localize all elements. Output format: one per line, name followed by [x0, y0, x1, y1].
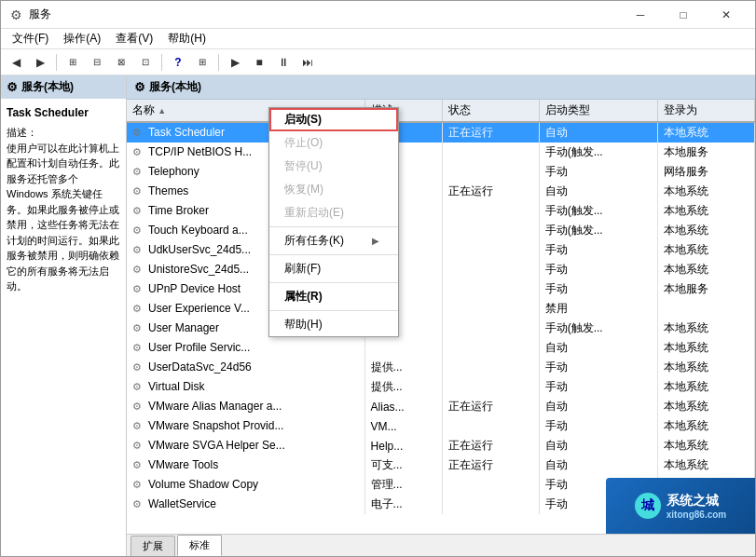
- table-row[interactable]: ⚙VMware Tools可支...正在运行自动本地系统: [127, 455, 755, 475]
- bottom-tabs: 扩展 标准: [127, 534, 755, 556]
- context-menu-item[interactable]: 停止(O): [269, 131, 398, 155]
- service-row-icon: ⚙: [132, 303, 145, 316]
- cell-login: 本地服务: [658, 143, 755, 162]
- menu-bar: 文件(F) 操作(A) 查看(V) 帮助(H): [1, 29, 755, 49]
- toolbar-back[interactable]: ◀: [5, 52, 27, 73]
- cell-status: [442, 475, 539, 495]
- context-menu-item[interactable]: 启动(S): [269, 108, 398, 131]
- service-row-icon: ⚙: [132, 185, 145, 198]
- table-row[interactable]: ⚙VMware Alias Manager a...Alias...正在运行自动…: [127, 397, 755, 416]
- cell-status: [442, 319, 539, 338]
- menu-view[interactable]: 查看(V): [108, 29, 160, 48]
- app-icon: ⚙: [8, 7, 23, 22]
- toolbar-pause[interactable]: ⏸: [272, 52, 295, 73]
- cell-login: 本地系统: [658, 240, 755, 260]
- table-row[interactable]: ⚙UserDataSvc_24d56提供...手动本地系统: [127, 358, 755, 377]
- context-menu-label: 重新启动(E): [284, 205, 344, 221]
- table-row[interactable]: ⚙Touch Keyboard a...手动(触发...本地系统: [127, 221, 755, 240]
- left-panel: ⚙ 服务(本地) Task Scheduler 描述：使用户可以在此计算机上配置…: [1, 75, 127, 556]
- service-name-cell: VMware Alias Manager a...: [148, 400, 282, 413]
- toolbar-btn1[interactable]: ⊞: [62, 52, 84, 73]
- table-row[interactable]: ⚙Virtual Disk提供...手动本地系统: [127, 377, 755, 397]
- context-menu-item[interactable]: 刷新(F): [269, 257, 398, 280]
- context-menu-item[interactable]: 暂停(U): [269, 155, 398, 178]
- table-row[interactable]: ⚙VMware Snapshot Provid...VM...手动本地系统: [127, 416, 755, 436]
- service-row-icon: ⚙: [132, 283, 145, 296]
- toolbar-restart[interactable]: ⏭: [296, 52, 319, 73]
- service-name-cell: WalletService: [148, 497, 216, 510]
- toolbar-help[interactable]: ?: [167, 52, 189, 73]
- table-row[interactable]: ⚙Telephony手动网络服务: [127, 162, 755, 182]
- toolbar-play[interactable]: ▶: [224, 52, 246, 73]
- table-row[interactable]: ⚙Task Scheduler正在运行自动本地系统: [127, 122, 755, 143]
- cell-login: 本地系统: [658, 436, 755, 455]
- context-menu-label: 恢复(M): [284, 182, 323, 197]
- table-row[interactable]: ⚙UnistoreSvc_24d5...手动本地系统: [127, 260, 755, 279]
- close-button[interactable]: ✕: [705, 1, 748, 29]
- left-panel-icon: ⚙: [7, 80, 18, 94]
- cell-status: 正在运行: [442, 436, 539, 455]
- context-menu-item[interactable]: 重新启动(E): [269, 201, 398, 224]
- service-name-cell: User Experience V...: [148, 302, 250, 315]
- service-row-icon: ⚙: [132, 146, 145, 159]
- service-row-icon: ⚙: [132, 342, 145, 355]
- maximize-button[interactable]: □: [662, 1, 705, 29]
- context-menu-item[interactable]: 恢复(M): [269, 178, 398, 201]
- menu-action[interactable]: 操作(A): [56, 29, 108, 48]
- col-startup[interactable]: 启动类型: [539, 100, 658, 122]
- context-menu-item[interactable]: 所有任务(K)▶: [269, 229, 398, 252]
- cell-startup: 手动: [539, 240, 658, 260]
- cell-status: 正在运行: [442, 455, 539, 475]
- toolbar-btn5[interactable]: ⊞: [191, 52, 213, 73]
- table-row[interactable]: ⚙Themes正在运行自动本地系统: [127, 182, 755, 201]
- cell-status: [442, 338, 539, 358]
- table-row[interactable]: ⚙UPnP Device Host手动本地服务: [127, 279, 755, 299]
- service-name-cell: TCP/IP NetBIOS H...: [148, 145, 252, 158]
- table-row[interactable]: ⚙User Manager手动(触发...本地系统: [127, 319, 755, 338]
- menu-file[interactable]: 文件(F): [5, 29, 56, 48]
- cell-startup: 手动(触发...: [539, 143, 658, 162]
- context-menu-item[interactable]: 帮助(H): [269, 313, 398, 336]
- minimize-button[interactable]: ─: [619, 1, 662, 29]
- toolbar-stop[interactable]: ■: [248, 52, 270, 73]
- toolbar-sep-2: [161, 54, 162, 71]
- service-name: Task Scheduler: [7, 106, 120, 119]
- cell-startup: 手动: [539, 279, 658, 299]
- service-name-cell: Volume Shadow Copy: [148, 478, 258, 491]
- cell-status: [442, 221, 539, 240]
- toolbar-btn2[interactable]: ⊟: [86, 52, 108, 73]
- cell-startup: 手动: [539, 162, 658, 182]
- service-name-cell: VMware Tools: [148, 458, 218, 471]
- table-row[interactable]: ⚙TCP/IP NetBIOS H...手动(触发...本地服务: [127, 143, 755, 162]
- service-row-icon: ⚙: [132, 361, 145, 374]
- cell-status: [442, 162, 539, 182]
- toolbar-btn3[interactable]: ⊠: [110, 52, 132, 73]
- toolbar-forward[interactable]: ▶: [29, 52, 51, 73]
- watermark-icon: 城: [635, 493, 661, 519]
- services-table[interactable]: 名称 ▲ 描述 状态 启动类型 登录为 ⚙Task Scheduler正在运行自…: [127, 100, 755, 534]
- table-row[interactable]: ⚙VMware SVGA Helper Se...Help...正在运行自动本地…: [127, 436, 755, 455]
- left-panel-title: 服务(本地): [21, 79, 74, 95]
- toolbar-btn4[interactable]: ⊡: [134, 52, 157, 73]
- cell-name: ⚙VMware Snapshot Provid...: [127, 416, 364, 436]
- cell-login: 本地系统: [658, 358, 755, 377]
- context-menu-label: 刷新(F): [284, 261, 321, 277]
- col-status[interactable]: 状态: [442, 100, 539, 122]
- context-menu-item[interactable]: 属性(R): [269, 285, 398, 308]
- cell-name: ⚙VMware SVGA Helper Se...: [127, 436, 364, 455]
- table-row[interactable]: ⚙User Profile Servic...自动本地系统: [127, 338, 755, 358]
- cell-desc: 电子...: [364, 495, 442, 514]
- cell-status: 正在运行: [442, 182, 539, 201]
- service-row-icon: ⚙: [132, 244, 145, 257]
- cell-status: 正在运行: [442, 122, 539, 143]
- table-row[interactable]: ⚙Time Broker手动(触发...本地系统: [127, 201, 755, 221]
- tab-extend[interactable]: 扩展: [131, 536, 175, 556]
- table-row[interactable]: ⚙User Experience V...禁用: [127, 299, 755, 319]
- cell-status: [442, 240, 539, 260]
- table-row[interactable]: ⚙UdkUserSvc_24d5...手动本地系统: [127, 240, 755, 260]
- menu-help[interactable]: 帮助(H): [160, 29, 213, 48]
- tab-standard[interactable]: 标准: [177, 535, 222, 556]
- context-menu-separator: [269, 310, 398, 311]
- col-login[interactable]: 登录为: [658, 100, 755, 122]
- cell-startup: 自动: [539, 182, 658, 201]
